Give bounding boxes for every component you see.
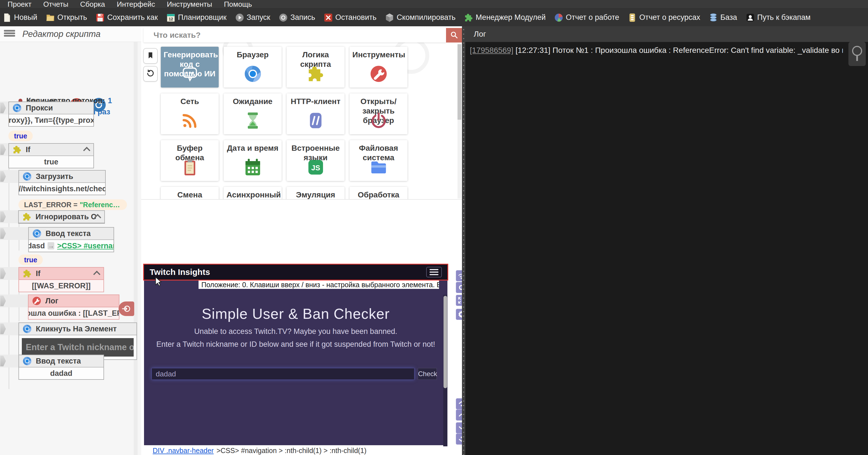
action-header[interactable]: Лог xyxy=(29,295,119,307)
log-search-button[interactable] xyxy=(848,42,866,66)
action-header[interactable]: Ввод текста xyxy=(19,355,103,367)
tile-0[interactable]: Генерировать код с помощью ИИ xyxy=(161,47,219,88)
calendar-icon xyxy=(244,158,262,177)
search-button[interactable] xyxy=(446,28,462,42)
last-error-badge: LAST_ERROR ="ReferenceError: Can't find … xyxy=(19,200,127,210)
hourglass-icon xyxy=(244,111,262,130)
action-header[interactable]: Загрузить xyxy=(19,171,105,183)
toolbar-record[interactable]: Запись xyxy=(279,13,315,22)
log-entry-id-link[interactable]: [179586569] xyxy=(470,46,514,55)
action-header[interactable]: Кликнуть На Элемент xyxy=(19,323,136,335)
rss-icon xyxy=(181,111,199,130)
twitch-insights-logo[interactable]: Twitch Insights xyxy=(150,267,210,277)
menu-item-1[interactable]: Отчеты xyxy=(37,0,74,8)
current-action-pointer-button[interactable] xyxy=(119,301,134,316)
action-params[interactable]: [[WAS_ERROR]] xyxy=(19,280,103,292)
action-node-6: Ввод текстаasdasd→>CSS> #username xyxy=(28,227,114,252)
toolbar-database[interactable]: База xyxy=(709,13,737,22)
catalog-bottom-edge xyxy=(141,199,462,200)
menu-item-2[interactable]: Сборка xyxy=(74,0,111,8)
tile-12[interactable]: Смена отпечатка xyxy=(161,187,219,200)
power-icon xyxy=(369,111,388,130)
bookmarks-button[interactable] xyxy=(143,48,158,64)
action-params[interactable]: Произошла ошибка : [[LAST_ERROR]] xyxy=(29,307,119,319)
search-input[interactable] xyxy=(144,28,446,42)
nickname-input[interactable] xyxy=(152,368,414,380)
panel-splitter[interactable] xyxy=(462,26,465,455)
tile-10[interactable]: Встроенные языкиJS xyxy=(287,140,344,181)
menu-item-3[interactable]: Интерфейс xyxy=(111,0,161,8)
puzzle-icon xyxy=(12,145,22,154)
tile-9[interactable]: Дата и время xyxy=(224,140,282,181)
scheduler-icon: 12 xyxy=(166,13,176,22)
toolbar-compile[interactable]: Скомпилировать xyxy=(385,13,456,22)
element-tag-link[interactable]: DIV .navbar-header xyxy=(153,447,214,455)
action-params[interactable]: true xyxy=(9,156,93,168)
puzzle-icon xyxy=(22,269,32,278)
check-button[interactable]: Check xyxy=(418,368,437,380)
action-header[interactable]: Игнорировать Ошибки xyxy=(19,211,104,223)
action-params[interactable]: asdasd→>CSS> #username xyxy=(29,240,114,252)
branch-label-badge: true xyxy=(8,130,33,141)
action-node-5: Игнорировать Ошибки xyxy=(18,210,105,224)
tile-7[interactable]: Открыть/закрыть браузер xyxy=(349,93,407,134)
chromium-icon xyxy=(12,103,22,113)
toolbar-run[interactable]: Запуск xyxy=(235,13,270,22)
js-icon: JS xyxy=(307,158,325,177)
tile-11[interactable]: Файловая система xyxy=(349,140,407,181)
catalog-scrollbar[interactable] xyxy=(458,44,461,199)
toolbar-save[interactable]: Сохранить как xyxy=(95,13,158,22)
page-scrollbar[interactable]: ▼ xyxy=(443,295,447,455)
tile-3[interactable]: Инструменты xyxy=(349,47,407,88)
log-panel: Лог [179586569] [12:27:31] Поток №1 : Пр… xyxy=(465,26,868,455)
toolbar-work-report[interactable]: Отчет о работе xyxy=(554,13,619,22)
backup-path-icon xyxy=(746,13,755,22)
modules-icon xyxy=(464,13,473,22)
action-params[interactable]: https://twitchinsights.net/checkuser xyxy=(19,183,105,195)
log-entry-message: [12:27:31] Поток №1 : Произошла ошибка :… xyxy=(514,46,843,55)
tile-4[interactable]: Сеть xyxy=(161,93,219,134)
http-icon xyxy=(307,111,325,130)
action-params[interactable]: {{Proxy}}, Тип={{type_proxy}} xyxy=(9,114,93,126)
stop-icon xyxy=(323,13,333,22)
tile-14[interactable]: Эмуляция бездействия xyxy=(287,187,344,200)
history-icon xyxy=(146,69,155,79)
tile-5[interactable]: Ожидание xyxy=(224,93,282,134)
action-header[interactable]: If xyxy=(19,268,103,280)
toolbar-modules[interactable]: Менеджер Модулей xyxy=(464,13,546,22)
menu-item-4[interactable]: Инструменты xyxy=(161,0,218,8)
toolbar-open-folder[interactable]: Открыть xyxy=(45,13,87,22)
collapse-chevron-icon[interactable] xyxy=(93,271,100,278)
search-icon xyxy=(450,31,458,40)
tile-1[interactable]: Браузер xyxy=(224,47,282,88)
action-params[interactable]: dadad xyxy=(19,367,103,379)
action-header[interactable]: If xyxy=(9,144,93,156)
tile-2[interactable]: Логика скрипта xyxy=(287,47,344,88)
history-button[interactable] xyxy=(143,66,158,82)
collapse-chevron-icon[interactable] xyxy=(83,147,90,154)
tile-15[interactable]: Обработка xyxy=(349,187,407,200)
toolbar-stop[interactable]: Остановить xyxy=(323,13,376,22)
selector-status-bar: DIV .navbar-header >CSS> #navigation > :… xyxy=(141,446,462,455)
action-header[interactable]: Ввод текста xyxy=(29,228,114,240)
menu-item-0[interactable]: Проект xyxy=(2,0,37,8)
menu-bar: ПроектОтчетыСборкаИнтерфейсИнструментыПо… xyxy=(0,0,868,8)
toolbar-scheduler[interactable]: 12Планировщик xyxy=(166,13,226,22)
action-node-3: Загрузитьhttps://twitchinsights.net/chec… xyxy=(19,170,106,195)
css-selector-link[interactable]: >CSS> #username xyxy=(57,242,114,250)
menu-item-5[interactable]: Помощь xyxy=(218,0,258,8)
navbar-burger-icon[interactable] xyxy=(426,267,442,277)
folder-icon xyxy=(369,158,388,177)
editor-scrollbar[interactable] xyxy=(134,26,137,455)
toolbar-resource-report[interactable]: Отчет о ресурсах xyxy=(627,13,700,22)
toolbar-backup-path[interactable]: Путь к бэкапам xyxy=(746,13,811,22)
toolbar-new-file[interactable]: Новый xyxy=(2,13,37,22)
twitch-page-body: Simple User & Ban Checker Unable to acce… xyxy=(144,280,447,445)
selected-navbar-element[interactable]: Twitch Insights xyxy=(144,265,447,280)
menu-toggle-icon[interactable] xyxy=(4,29,15,39)
action-header[interactable]: Прокси xyxy=(9,102,93,114)
tile-6[interactable]: HTTP-клиент xyxy=(287,93,344,134)
tile-8[interactable]: Буфер обмена xyxy=(161,140,219,181)
application-window: ПроектОтчетыСборкаИнтерфейсИнструментыПо… xyxy=(0,0,868,455)
tile-13[interactable]: Асинхронный вызов xyxy=(224,187,282,200)
